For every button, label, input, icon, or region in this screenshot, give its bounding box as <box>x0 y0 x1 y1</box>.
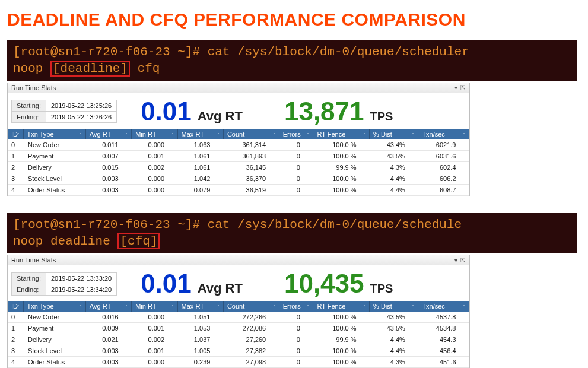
sort-icon[interactable]: ⋮ <box>78 131 83 136</box>
run-time-stats-panel: Run Time Stats▾ ⇱Starting:2019-05-22 13:… <box>7 83 470 196</box>
column-header[interactable]: Avg RT⋮ <box>85 301 131 312</box>
terminal-line-1: [root@sn1-r720-f06-23 ~]# cat /sys/block… <box>13 44 571 61</box>
column-header[interactable]: Errors⋮ <box>279 301 313 312</box>
table-row: 0New Order0.0160.0001.051272,2660100.0 %… <box>8 312 469 323</box>
stats-table: ID⋮Txn Type⋮Avg RT⋮Min RT⋮Max RT⋮Count⋮E… <box>8 301 469 368</box>
table-row: 4Order Status0.0030.0000.07936,5190100.0… <box>8 184 469 195</box>
column-header[interactable]: Txn Type⋮ <box>23 129 85 139</box>
column-header[interactable]: Count⋮ <box>223 129 279 139</box>
column-header[interactable]: ID⋮ <box>8 301 23 312</box>
cell-max-rt: 1.042 <box>177 173 223 184</box>
sort-icon[interactable]: ⋮ <box>124 303 129 308</box>
column-header[interactable]: Min RT⋮ <box>132 129 177 139</box>
cell-pct-dist: 43.5% <box>370 312 418 323</box>
minimize-icon[interactable]: ▾ <box>454 84 458 91</box>
sort-icon[interactable]: ⋮ <box>216 131 221 136</box>
cell-id: 1 <box>8 323 23 334</box>
sort-icon[interactable]: ⋮ <box>411 303 415 308</box>
sort-icon[interactable]: ⋮ <box>272 131 276 136</box>
cell-errors: 0 <box>279 345 313 357</box>
cell-id: 4 <box>8 184 23 195</box>
column-header[interactable]: RT Fence⋮ <box>313 129 370 139</box>
tps-metric: 10,435TPS <box>284 269 393 299</box>
cell-rt-fence: 100.0 % <box>313 323 370 334</box>
cell-errors: 0 <box>279 312 313 323</box>
terminal-prompt: [root@sn1-r720-f06-23 ~]# <box>13 45 208 59</box>
column-header[interactable]: Max RT⋮ <box>177 129 223 139</box>
cell-min-rt: 0.001 <box>132 345 177 357</box>
cell-max-rt: 1.063 <box>177 139 223 151</box>
cell-rt-fence: 100.0 % <box>313 184 370 195</box>
sort-icon[interactable]: ⋮ <box>16 303 21 308</box>
cell-min-rt: 0.001 <box>132 323 177 334</box>
sort-icon[interactable]: ⋮ <box>78 303 83 308</box>
column-header[interactable]: Max RT⋮ <box>177 301 223 312</box>
sort-icon[interactable]: ⋮ <box>306 131 310 136</box>
cell-min-rt: 0.001 <box>132 150 177 161</box>
panel-window-controls[interactable]: ▾ ⇱ <box>454 257 466 264</box>
sort-icon[interactable]: ⋮ <box>362 131 367 136</box>
table-row: 1Payment0.0070.0011.061361,8930100.0 %43… <box>8 150 469 161</box>
column-header[interactable]: ID⋮ <box>8 129 23 139</box>
pin-icon[interactable]: ⇱ <box>460 257 466 264</box>
pin-icon[interactable]: ⇱ <box>460 84 466 91</box>
cell-count: 27,260 <box>223 334 279 345</box>
sort-icon[interactable]: ⋮ <box>124 131 129 136</box>
column-header[interactable]: Txn/sec⋮ <box>418 129 469 139</box>
cell-min-rt: 0.000 <box>132 357 177 368</box>
column-header[interactable]: Count⋮ <box>223 301 279 312</box>
minimize-icon[interactable]: ▾ <box>454 257 458 264</box>
column-header[interactable]: Min RT⋮ <box>132 301 177 312</box>
cell-txn-sec: 602.4 <box>418 161 469 173</box>
cell-txn-sec: 608.7 <box>418 184 469 195</box>
cell-id: 0 <box>8 312 23 323</box>
sort-icon[interactable]: ⋮ <box>170 303 175 308</box>
sort-icon[interactable]: ⋮ <box>272 303 276 308</box>
sort-icon[interactable]: ⋮ <box>170 131 175 136</box>
table-row: 0New Order0.0110.0001.063361,3140100.0 %… <box>8 139 469 151</box>
ending-label: Ending: <box>12 112 46 123</box>
column-header[interactable]: % Dist⋮ <box>370 129 418 139</box>
cell-rt-fence: 99.9 % <box>313 161 370 173</box>
page-title: DEADLINE AND CFQ PERFORMANCE COMPARISON <box>7 9 581 30</box>
cell-txn-type: Order Status <box>23 357 85 368</box>
panel-window-controls[interactable]: ▾ ⇱ <box>454 84 466 91</box>
cell-rt-fence: 100.0 % <box>313 357 370 368</box>
sort-icon[interactable]: ⋮ <box>362 303 367 308</box>
cell-rt-fence: 99.9 % <box>313 334 370 345</box>
table-row: 4Order Status0.0030.0000.23927,0980100.0… <box>8 357 469 368</box>
cell-avg-rt: 0.021 <box>85 334 131 345</box>
column-header[interactable]: Txn Type⋮ <box>23 301 85 312</box>
column-header[interactable]: % Dist⋮ <box>370 301 418 312</box>
cell-avg-rt: 0.007 <box>85 150 131 161</box>
cell-count: 361,314 <box>223 139 279 151</box>
cell-txn-type: New Order <box>23 312 85 323</box>
cell-count: 272,086 <box>223 323 279 334</box>
column-header[interactable]: Txn/sec⋮ <box>418 301 469 312</box>
sort-icon[interactable]: ⋮ <box>16 131 21 136</box>
column-header[interactable]: Errors⋮ <box>279 129 313 139</box>
sort-icon[interactable]: ⋮ <box>411 131 415 136</box>
cell-errors: 0 <box>279 161 313 173</box>
sort-icon[interactable]: ⋮ <box>306 303 310 308</box>
cell-id: 2 <box>8 334 23 345</box>
avg-rt-value: 0.01 <box>141 269 192 299</box>
sort-icon[interactable]: ⋮ <box>462 131 466 136</box>
column-header[interactable]: RT Fence⋮ <box>313 301 370 312</box>
table-row: 2Delivery0.0210.0021.03727,260099.9 %4.4… <box>8 334 469 345</box>
cell-pct-dist: 4.4% <box>370 334 418 345</box>
cell-txn-sec: 6021.9 <box>418 139 469 151</box>
tps-label: TPS <box>370 282 393 296</box>
cell-avg-rt: 0.003 <box>85 345 131 357</box>
cell-min-rt: 0.000 <box>132 173 177 184</box>
cell-txn-sec: 4537.8 <box>418 312 469 323</box>
cell-errors: 0 <box>279 184 313 195</box>
sort-icon[interactable]: ⋮ <box>216 303 221 308</box>
cell-count: 27,098 <box>223 357 279 368</box>
cell-txn-sec: 4534.8 <box>418 323 469 334</box>
cell-max-rt: 1.005 <box>177 345 223 357</box>
cell-id: 1 <box>8 150 23 161</box>
column-header[interactable]: Avg RT⋮ <box>85 129 131 139</box>
cell-min-rt: 0.000 <box>132 184 177 195</box>
sort-icon[interactable]: ⋮ <box>462 303 466 308</box>
